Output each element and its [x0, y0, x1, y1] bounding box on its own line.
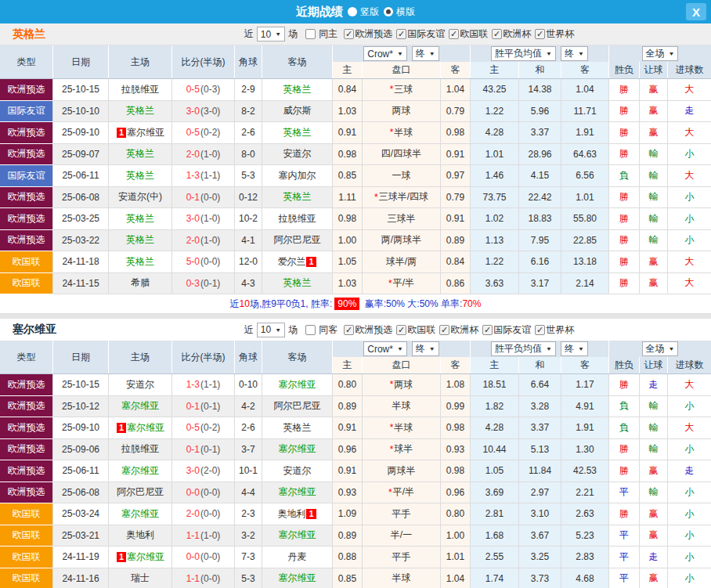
checkbox-icon[interactable]: ✓ [535, 29, 545, 39]
home-team[interactable]: 英格兰 [109, 208, 172, 230]
away-team[interactable]: 塞尔维亚 [262, 482, 333, 504]
home-team[interactable]: 英格兰 [109, 251, 172, 273]
competition-filter[interactable]: ✓国际友谊 [396, 27, 445, 41]
checkbox-icon[interactable]: ✓ [396, 29, 406, 39]
away-team[interactable]: 阿尔巴尼亚 [262, 396, 333, 418]
avg-type-select[interactable]: 胜平负均值 ▼ [491, 341, 556, 356]
competition-filter[interactable]: ✓世界杯 [535, 27, 574, 41]
odds-state-select[interactable]: 终 ▼ [412, 341, 439, 356]
competition-filter[interactable]: ✓欧洲杯 [492, 27, 531, 41]
home-team[interactable]: 英格兰 [109, 144, 172, 166]
home-team[interactable]: 塞尔维亚 [109, 396, 172, 418]
match-row: 欧洲预选25-09-06拉脱维亚0-1(0-1)3-7塞尔维亚0.96*球半0.… [0, 439, 711, 461]
layout-option-horizontal[interactable]: 横版 [384, 5, 415, 19]
team-name: 安道尔 [283, 464, 312, 478]
odds-state-select[interactable]: 终 ▼ [412, 46, 439, 61]
corner-count: 3-7 [235, 439, 262, 461]
scope-select[interactable]: 全场 ▼ [642, 341, 679, 356]
home-team[interactable]: 1塞尔维亚 [109, 417, 172, 439]
away-team[interactable]: 英格兰 [262, 417, 333, 439]
away-team[interactable]: 塞内加尔 [262, 165, 333, 187]
home-team[interactable]: 1塞尔维亚 [109, 547, 172, 568]
away-team[interactable]: 英格兰 [262, 79, 333, 101]
checkbox-icon[interactable]: ✓ [396, 325, 406, 335]
same-venue-checkbox[interactable] [305, 29, 316, 39]
home-team[interactable]: 塞尔维亚 [109, 460, 172, 482]
home-team[interactable]: 奥地利 [109, 525, 172, 547]
away-team[interactable]: 奥地利1 [262, 503, 333, 525]
competition-filter[interactable]: ✓国际友谊 [482, 323, 531, 337]
star-marker: * [390, 422, 394, 433]
home-team[interactable]: 1塞尔维亚 [109, 122, 172, 144]
match-count-select[interactable]: 10 ▼ [257, 323, 285, 337]
away-team[interactable]: 拉脱维亚 [262, 208, 333, 230]
competition-filter[interactable]: ✓欧洲杯 [439, 323, 478, 337]
competition-filter[interactable]: ✓世界杯 [535, 323, 574, 337]
home-team[interactable]: 塞尔维亚 [109, 503, 172, 525]
checkbox-icon[interactable]: ✓ [482, 325, 493, 335]
competition-filter[interactable]: ✓欧洲预选 [344, 27, 392, 41]
away-team[interactable]: 爱尔兰1 [262, 251, 333, 273]
odds-source-select[interactable]: Crow* ▼ [363, 46, 407, 61]
halftime-score: (0-0) [200, 256, 220, 267]
close-button[interactable]: X [686, 3, 706, 20]
checkbox-icon[interactable]: ✓ [535, 325, 545, 335]
checkbox-icon[interactable]: ✓ [449, 29, 459, 39]
result-goals: 大 [668, 417, 711, 439]
team-name: 塞尔维亚 [279, 528, 316, 542]
result-wdl: 平 [609, 547, 640, 568]
avg-state-select[interactable]: 终 ▼ [561, 341, 588, 356]
away-team[interactable]: 塞尔维亚 [262, 568, 333, 588]
away-team[interactable]: 安道尔 [262, 144, 333, 166]
home-team[interactable]: 阿尔巴尼亚 [109, 482, 172, 504]
summary-segment: 50% [420, 298, 439, 309]
home-team[interactable]: 安道尔 [109, 374, 172, 396]
layout-option-vertical[interactable]: 竖版 [348, 5, 379, 19]
fulltime-score: 2-0 [186, 508, 200, 519]
away-team[interactable]: 安道尔 [262, 460, 333, 482]
same-venue-checkbox[interactable] [305, 325, 316, 335]
checkbox-icon[interactable]: ✓ [439, 325, 449, 335]
score-cell: 2-0(1-0) [172, 230, 235, 252]
avg-type-select[interactable]: 胜平负均值 ▼ [491, 46, 556, 61]
radio-icon[interactable] [348, 7, 357, 16]
scope-select[interactable]: 全场 ▼ [642, 46, 679, 61]
team-name: 拉脱维亚 [121, 442, 159, 456]
home-team[interactable]: 英格兰 [109, 230, 172, 252]
avg-state-value: 终 [565, 342, 574, 355]
competition-filter[interactable]: ✓欧洲预选 [344, 323, 392, 337]
away-team[interactable]: 丹麦 [262, 547, 333, 568]
home-team[interactable]: 英格兰 [109, 101, 172, 123]
away-team[interactable]: 威尔斯 [262, 101, 333, 123]
home-team[interactable]: 拉脱维亚 [109, 439, 172, 461]
home-team[interactable]: 希腊 [109, 273, 172, 295]
home-team[interactable]: 拉脱维亚 [109, 79, 172, 101]
avg-odds-value: 1.30 [561, 439, 609, 461]
away-team[interactable]: 英格兰 [262, 273, 333, 295]
away-team[interactable]: 英格兰 [262, 187, 333, 209]
match-date: 25-03-24 [53, 503, 109, 525]
away-team[interactable]: 阿尔巴尼亚 [262, 230, 333, 252]
away-team[interactable]: 塞尔维亚 [262, 525, 333, 547]
home-team[interactable]: 安道尔(中) [109, 187, 172, 209]
checkbox-icon[interactable]: ✓ [492, 29, 502, 39]
competition-filter[interactable]: ✓欧国联 [449, 27, 488, 41]
match-row: 欧洲预选25-10-12塞尔维亚0-1(0-1)4-2阿尔巴尼亚0.89半球0.… [0, 396, 711, 418]
checkbox-icon[interactable]: ✓ [344, 29, 354, 39]
home-team[interactable]: 英格兰 [109, 165, 172, 187]
match-count-select[interactable]: 10 ▼ [257, 27, 285, 41]
away-team[interactable]: 塞尔维亚 [262, 439, 333, 461]
checkbox-icon[interactable]: ✓ [344, 325, 354, 335]
away-team[interactable]: 英格兰 [262, 122, 333, 144]
matches-label: 场 [288, 27, 298, 41]
home-team[interactable]: 瑞士 [109, 568, 172, 588]
away-team[interactable]: 塞尔维亚 [262, 374, 333, 396]
avg-state-select[interactable]: 终 ▼ [561, 46, 588, 61]
result-handicap: 赢 [640, 251, 668, 273]
avg-odds-value: 2.55 [471, 547, 519, 568]
competition-filter[interactable]: ✓欧国联 [396, 323, 435, 337]
odds-source-select[interactable]: Crow* ▼ [363, 341, 407, 356]
result-goals: 小 [668, 547, 711, 568]
radio-selected-icon[interactable] [384, 7, 393, 16]
avg-odds-value: 5.13 [519, 439, 561, 461]
